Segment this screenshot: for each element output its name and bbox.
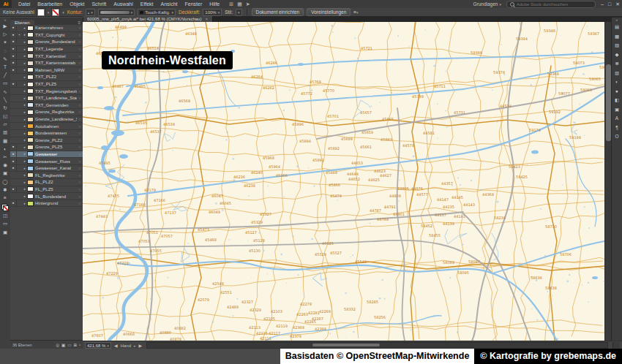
target-circle-icon[interactable]: ○ — [77, 54, 83, 58]
menu-datei[interactable]: Datei — [15, 1, 34, 7]
document-tab[interactable]: 60005_nrw_plz5_cmyk.ai* bei 421,68 % (CM… — [83, 16, 213, 22]
layer-row-grenze_bundesland[interactable]: ●▸Grenze_Bundesland○ — [10, 39, 83, 46]
menu-bearbeiten[interactable]: Bearbeiten — [34, 1, 66, 7]
visibility-eye-icon[interactable]: ● — [10, 60, 17, 66]
transparency-panel-icon[interactable]: ◐ — [615, 77, 618, 87]
layer-row-rahmen_nrw[interactable]: ●▸Rahmen_NRW○ — [10, 67, 83, 75]
paragraph-panel-icon[interactable]: ¶ — [615, 124, 618, 133]
pencil-tool[interactable]: ╲ — [4, 96, 7, 104]
share-icon[interactable]: ➤ — [246, 1, 250, 7]
menu-auswahl[interactable]: Auswahl — [110, 1, 136, 7]
restore-button[interactable]: □ — [608, 1, 611, 7]
new-layer-icon[interactable]: ⊞ — [73, 343, 77, 347]
color-mode-icon[interactable]: ◫ — [3, 211, 7, 219]
mesh-tool[interactable]: ▦ — [3, 137, 7, 145]
layer-row-fl_regbezirke[interactable]: ▸FL_Regbezirke○ — [10, 172, 83, 179]
stroke-color-swatch[interactable] — [52, 9, 59, 16]
target-circle-icon[interactable]: ○ — [77, 26, 83, 30]
layer-row-gewaesser_kanal[interactable]: ●▸Gewaesser_Kanal○ — [10, 165, 83, 172]
layer-row-fl_plz5[interactable]: ●▸FL_PLZ5○ — [10, 186, 83, 194]
free-transform-tool[interactable]: ▱ — [4, 120, 7, 128]
workspace-switcher[interactable]: Grundlagen ▾ — [473, 1, 501, 7]
layer-row-txt_regierungsbezirke[interactable]: ▸TXT_Regierungsbezirke○ — [10, 88, 83, 95]
target-circle-icon[interactable]: ○ — [77, 117, 83, 121]
zoom-tool[interactable]: ◯ — [2, 178, 7, 186]
search-input[interactable] — [517, 2, 592, 7]
target-circle-icon[interactable]: ○ — [77, 61, 83, 65]
target-circle-icon[interactable]: ○ — [77, 138, 83, 143]
stroke-swatch[interactable] — [3, 205, 9, 211]
rectangle-tool[interactable]: ▭ — [3, 79, 7, 87]
horizontal-scrollbar-thumb[interactable] — [312, 344, 380, 346]
locate-object-icon[interactable]: ◎ — [56, 343, 59, 347]
vertical-scrollbar-thumb[interactable] — [606, 64, 611, 141]
stroke-weight-link[interactable]: Kontur: — [67, 10, 83, 15]
brush-definition-select[interactable]: Touch-Kallig.▾ — [138, 9, 176, 16]
graphic-styles-panel-icon[interactable]: ◧ — [615, 96, 619, 105]
document-setup-button[interactable]: Dokument einrichten — [252, 8, 304, 16]
target-circle-icon[interactable]: ○ — [77, 39, 83, 44]
layer-row-txt_plz5[interactable]: ●▸TXT_PLZ5○ — [10, 81, 83, 88]
arrange-documents-icon[interactable]: ▦ — [237, 1, 242, 7]
layer-row-txt_legende[interactable]: ●▸TXT_Legende○ — [10, 46, 83, 53]
width-profile-select[interactable]: ▾ — [98, 9, 135, 16]
visibility-eye-icon[interactable]: ● — [10, 46, 17, 52]
layer-row-grenze_landkreise_stadtkreise[interactable]: ▸Grenze_Landkreise_Stadtkreise○ — [10, 116, 83, 124]
style-select[interactable]: ▾ — [236, 9, 242, 16]
stock-search[interactable] — [506, 1, 596, 8]
target-circle-icon[interactable]: ○ — [77, 75, 83, 79]
layer-row-gewaesser[interactable]: ●▸Gewaesser○ — [10, 151, 83, 159]
type-tool[interactable]: T — [4, 63, 7, 71]
artboard-tool[interactable]: ▣ — [3, 169, 7, 177]
target-circle-icon[interactable]: ○ — [77, 187, 83, 192]
target-circle-icon[interactable]: ○ — [77, 33, 83, 37]
visibility-eye-icon[interactable]: ● — [10, 32, 17, 38]
magic-wand-tool[interactable]: ✶ — [3, 38, 7, 46]
artboards-panel-icon[interactable]: ▣ — [615, 105, 619, 115]
target-circle-icon[interactable]: ○ — [77, 194, 83, 199]
layer-row-grenze_plz2[interactable]: ▸Grenze_PLZ2○ — [10, 137, 83, 145]
map-artboard[interactable]: 4649946509465144648346487464854634846569… — [83, 22, 604, 341]
paintbrush-tool[interactable]: ∿ — [3, 88, 7, 96]
character-panel-icon[interactable]: A — [615, 114, 618, 124]
target-circle-icon[interactable]: ○ — [77, 89, 83, 94]
layer-row-gewaesser_fluss[interactable]: ●▸Gewaesser_Fluss○ — [10, 158, 83, 165]
target-circle-icon[interactable]: ○ — [77, 110, 83, 114]
screen-mode-icon[interactable]: ▣ — [3, 228, 7, 236]
visibility-eye-icon[interactable]: ● — [10, 25, 17, 31]
layer-row-fl_plz2[interactable]: ▸FL_PLZ2○ — [10, 179, 83, 186]
bridge-icon[interactable]: ⊞ — [229, 1, 233, 7]
layer-row-fl_bundesland[interactable]: ▸FL_Bundesland○ — [10, 193, 83, 200]
align-options-icon[interactable]: ≡▾ — [353, 10, 358, 15]
selection-tool[interactable]: ▶ — [4, 22, 7, 30]
rotate-tool[interactable]: ↻ — [3, 104, 7, 112]
menu-schrift[interactable]: Schrift — [88, 1, 110, 7]
target-circle-icon[interactable]: ○ — [77, 68, 83, 72]
visibility-eye-icon[interactable]: ● — [10, 159, 17, 164]
symbols-panel-icon[interactable]: ◆ — [615, 50, 619, 60]
direct-selection-tool[interactable]: ▷ — [4, 30, 7, 38]
layer-row-txt_plz2[interactable]: ▸TXT_PLZ2○ — [10, 74, 83, 81]
visibility-eye-icon[interactable]: ● — [10, 186, 17, 192]
menu-objekt[interactable]: Objekt — [66, 1, 88, 7]
target-circle-icon[interactable]: ○ — [77, 82, 83, 86]
target-circle-icon[interactable]: ○ — [77, 152, 83, 156]
status-menu-icon[interactable]: ▸ — [134, 344, 136, 348]
swatches-panel-icon[interactable]: ▩ — [615, 32, 619, 42]
layer-row-bundesstrassen[interactable]: ▸Bundesstrassen○ — [10, 130, 83, 137]
hand-tool[interactable]: ✱ — [3, 186, 7, 194]
scale-tool[interactable]: ◱ — [3, 112, 7, 120]
app-logo[interactable]: Ai — [0, 0, 12, 8]
expand-dock-icon[interactable]: « — [616, 18, 618, 23]
target-circle-icon[interactable]: ○ — [77, 47, 83, 51]
target-circle-icon[interactable]: ○ — [77, 131, 83, 135]
scissors-tool[interactable]: ✂ — [3, 153, 7, 161]
target-circle-icon[interactable]: ○ — [77, 180, 83, 184]
visibility-eye-icon[interactable]: ● — [10, 67, 17, 73]
layer-row-txt_kartentitel[interactable]: ●▸TXT_Kartentitel○ — [10, 53, 83, 60]
opacity-link[interactable]: Deckkraft: — [179, 10, 200, 15]
zoom-level-select[interactable]: 421,68 %▾ — [85, 342, 111, 349]
menu-fenster[interactable]: Fenster — [181, 1, 206, 7]
close-button[interactable]: ✕ — [615, 1, 620, 7]
pen-tool[interactable]: ✎ — [3, 55, 7, 63]
